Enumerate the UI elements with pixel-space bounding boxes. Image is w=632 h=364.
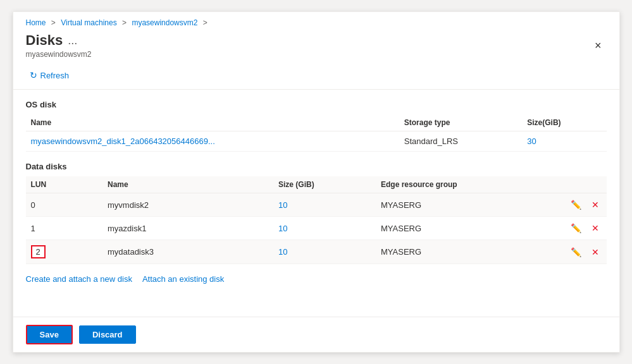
os-col-name: Name [26, 114, 399, 131]
close-button[interactable]: × [590, 37, 607, 54]
disk-actions-0: ✏️ ✕ [547, 193, 607, 217]
disk-size-1: 10 [273, 217, 376, 240]
data-col-size: Size (GiB) [273, 176, 376, 193]
data-disks-table: LUN Name Size (GiB) Edge resource group … [26, 176, 607, 264]
disk-size-2: 10 [273, 240, 376, 264]
disk-name-2[interactable]: mydatadisk3 [102, 240, 273, 264]
delete-disk-1-button[interactable]: ✕ [589, 222, 602, 234]
delete-disk-0-button[interactable]: ✕ [589, 198, 602, 211]
os-disk-size: 30 [522, 131, 606, 152]
lun-highlight-badge: 2 [31, 245, 46, 258]
attach-existing-disk-link[interactable]: Attach an existing disk [142, 274, 224, 284]
panel-header: Disks ... myasewindowsvm2 × [13, 30, 619, 64]
breadcrumb-home[interactable]: Home [26, 18, 46, 27]
refresh-icon: ↻ [30, 70, 37, 80]
content-area: OS disk Name Storage type Size(GiB) myas… [13, 90, 619, 317]
table-row: 0 myvmdisk2 10 MYASERG ✏️ ✕ [26, 193, 607, 217]
os-col-size: Size(GiB) [522, 114, 606, 131]
edit-disk-0-button[interactable]: ✏️ [568, 198, 584, 211]
save-button[interactable]: Save [26, 325, 73, 344]
disk-name-0[interactable]: myvmdisk2 [102, 193, 273, 217]
lun-value-2: 2 [26, 240, 103, 264]
data-disk-header-row: LUN Name Size (GiB) Edge resource group [26, 176, 607, 193]
breadcrumb-sep3: > [203, 18, 208, 27]
breadcrumb-sep1: > [51, 18, 56, 27]
os-disk-storage-type: Standard_LRS [399, 131, 523, 152]
table-row: 1 myazdisk1 10 MYASERG ✏️ ✕ [26, 217, 607, 240]
data-col-name: Name [102, 176, 273, 193]
footer: Save Discard [13, 317, 619, 352]
disks-panel: Home > Virtual machines > myasewindowsvm… [13, 11, 620, 353]
os-disk-row: myasewindowsvm2_disk1_2a066432056446669.… [26, 131, 607, 152]
discard-button[interactable]: Discard [79, 325, 136, 344]
refresh-button[interactable]: ↻ Refresh [26, 68, 73, 83]
data-col-actions [547, 176, 607, 193]
title-text: Disks [26, 32, 63, 49]
os-disk-header-row: Name Storage type Size(GiB) [26, 114, 607, 131]
data-disks-section-title: Data disks [26, 162, 607, 171]
lun-value-1: 1 [26, 217, 103, 240]
table-row: 2 mydatadisk3 10 MYASERG ✏️ ✕ [26, 240, 607, 264]
edit-disk-2-button[interactable]: ✏️ [568, 246, 584, 258]
os-col-storage: Storage type [399, 114, 523, 131]
data-col-lun: LUN [26, 176, 103, 193]
more-options-button[interactable]: ... [68, 34, 77, 47]
panel-title-area: Disks ... myasewindowsvm2 [26, 32, 92, 59]
os-disk-name[interactable]: myasewindowsvm2_disk1_2a066432056446669.… [26, 131, 399, 152]
edit-disk-1-button[interactable]: ✏️ [568, 222, 584, 234]
os-disk-section-title: OS disk [26, 100, 607, 109]
panel-subtitle: myasewindowsvm2 [26, 50, 92, 59]
data-col-edge: Edge resource group [376, 176, 547, 193]
disk-actions-1: ✏️ ✕ [547, 217, 607, 240]
breadcrumb-vm[interactable]: myasewindowsvm2 [132, 18, 197, 27]
create-attach-disk-link[interactable]: Create and attach a new disk [26, 274, 132, 284]
os-disk-table: Name Storage type Size(GiB) myasewindows… [26, 114, 607, 152]
disk-edge-rg-1: MYASERG [376, 217, 547, 240]
lun-value-0: 0 [26, 193, 103, 217]
toolbar: ↻ Refresh [13, 64, 619, 90]
disk-action-links: Create and attach a new disk Attach an e… [26, 274, 607, 284]
disk-name-1[interactable]: myazdisk1 [102, 217, 273, 240]
breadcrumb: Home > Virtual machines > myasewindowsvm… [13, 12, 619, 30]
refresh-label: Refresh [40, 71, 70, 80]
disk-edge-rg-0: MYASERG [376, 193, 547, 217]
delete-disk-2-button[interactable]: ✕ [589, 246, 602, 258]
disk-edge-rg-2: MYASERG [376, 240, 547, 264]
breadcrumb-sep2: > [122, 18, 127, 27]
disk-actions-2: ✏️ ✕ [547, 240, 607, 264]
panel-title: Disks ... [26, 32, 92, 49]
disk-size-0: 10 [273, 193, 376, 217]
breadcrumb-vms[interactable]: Virtual machines [61, 18, 117, 27]
